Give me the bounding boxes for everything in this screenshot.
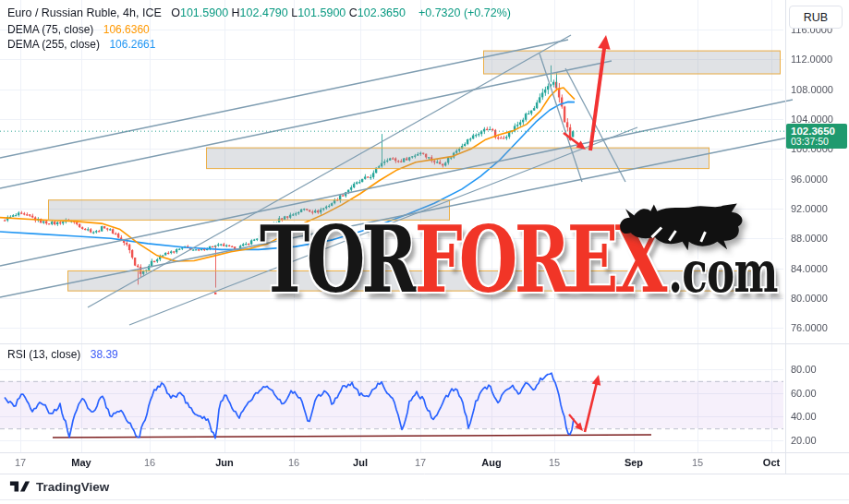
currency-button[interactable]: RUB	[789, 6, 843, 29]
tradingview-attribution[interactable]: TradingView	[9, 480, 109, 494]
ohlc-value: 101.5900	[297, 6, 349, 19]
time-tick-label: Oct	[751, 457, 792, 468]
tradingview-logo-icon	[9, 480, 30, 494]
rsi-tick-label: 20.00	[791, 435, 817, 446]
last-price-tag: 102.3650 03:37:50	[786, 124, 847, 149]
rsi-tick-label: 60.00	[791, 388, 817, 399]
price-tick-label: 112.0000	[791, 54, 832, 65]
time-tick-label: May	[61, 457, 102, 468]
change-value: +0.7320 (+0.72%)	[418, 6, 511, 19]
symbol-title[interactable]: Euro / Russian Ruble, 4h, ICE	[7, 6, 162, 19]
dema255-value: 106.2661	[109, 38, 155, 51]
time-tick-label: 16	[129, 457, 170, 468]
rsi-value: 38.39	[91, 348, 118, 361]
indicator-legend-dema255[interactable]: DEMA (255, close) 106.2661	[7, 38, 155, 51]
time-tick-label: 15	[534, 457, 575, 468]
symbol-legend[interactable]: Euro / Russian Ruble, 4h, ICE O101.5900 …	[7, 6, 511, 19]
ohlc-value: 102.4790	[240, 6, 292, 19]
dema75-label[interactable]: DEMA (75, close)	[7, 23, 93, 36]
tradingview-label[interactable]: TradingView	[36, 480, 109, 494]
rsi-tick-label: 80.00	[791, 364, 817, 375]
ohlc-key: C	[349, 6, 358, 19]
ohlc-key: H	[232, 6, 240, 19]
rsi-label[interactable]: RSI (13, close)	[7, 348, 80, 361]
dema75-value: 106.6360	[103, 23, 150, 36]
indicator-legend-dema75[interactable]: DEMA (75, close) 106.6360	[7, 23, 150, 36]
trading-chart-window: Euro / Russian Ruble, 4h, ICE O101.5900 …	[0, 0, 849, 504]
rsi-tick-label: 40.00	[791, 411, 817, 422]
price-tick-label: 80.0000	[791, 293, 828, 304]
time-tick-label: 16	[273, 457, 314, 468]
price-tick-label: 96.0000	[791, 174, 828, 185]
currency-label: RUB	[804, 11, 828, 24]
ohlc-key: O	[171, 6, 180, 19]
ohlc-value: 101.5900	[180, 6, 232, 19]
time-tick-label: 15	[677, 457, 718, 468]
indicator-legend-rsi[interactable]: RSI (13, close) 38.39	[7, 348, 118, 361]
time-tick-label: Sep	[613, 457, 654, 468]
ohlc-value: 102.3650	[358, 6, 409, 19]
chart-canvas[interactable]	[0, 0, 849, 504]
dema255-label[interactable]: DEMA (255, close)	[7, 38, 100, 51]
time-tick-label: 17	[400, 457, 441, 468]
time-tick-label: 17	[0, 457, 41, 468]
time-tick-label: Jun	[204, 457, 245, 468]
price-tick-label: 108.0000	[791, 84, 833, 95]
time-tick-label: Aug	[471, 457, 512, 468]
price-tick-label: 84.0000	[791, 263, 828, 274]
price-tick-label: 92.0000	[791, 203, 828, 214]
price-tick-label: 76.0000	[791, 322, 828, 333]
ohlc-values: O101.5900 H102.4790 L101.5900 C102.3650	[171, 6, 408, 19]
price-tick-label: 88.0000	[791, 233, 828, 244]
time-tick-label: Jul	[340, 457, 381, 468]
bar-countdown: 03:37:50	[791, 137, 847, 147]
